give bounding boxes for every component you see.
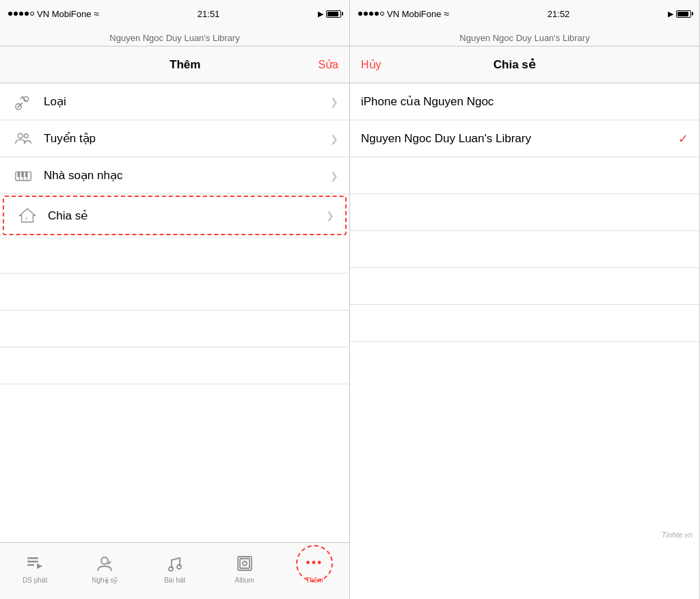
tab-nghe-sy[interactable]: Nghệ sỹ bbox=[70, 553, 139, 584]
r-dot1 bbox=[358, 12, 362, 16]
svg-point-6 bbox=[24, 134, 28, 138]
right-content: iPhone của Nguyen Ngoc Nguyen Ngoc Duy L… bbox=[350, 83, 699, 599]
svg-point-20 bbox=[101, 557, 108, 564]
dot1 bbox=[8, 12, 12, 16]
songs-icon bbox=[165, 553, 185, 574]
chevron-nha-soan-nhac: ❯ bbox=[330, 170, 338, 181]
tab-label-bai-hat: Bài hát bbox=[164, 576, 185, 584]
sep-row-4 bbox=[0, 347, 349, 384]
dot2 bbox=[14, 12, 18, 16]
status-right-left: ▶ bbox=[318, 10, 341, 18]
library-label-left: Nguyen Ngoc Duy Luan's Library bbox=[0, 27, 349, 46]
left-panel: VN MobiFone ≈ 21:51 ▶ Nguyen Ngoc Duy Lu… bbox=[0, 0, 350, 599]
signal-dots bbox=[8, 12, 34, 16]
svg-rect-16 bbox=[27, 557, 38, 559]
tab-them[interactable]: ••• Thêm bbox=[280, 553, 349, 584]
chevron-chia-se: ❯ bbox=[326, 210, 334, 221]
svg-point-5 bbox=[18, 133, 23, 138]
menu-item-chia-se-wrapper: ♪ Chia sẻ ❯ bbox=[3, 196, 347, 235]
svg-rect-13 bbox=[25, 172, 28, 177]
location-icon-left: ▶ bbox=[318, 10, 323, 18]
share-label-iphone: iPhone của Nguyen Ngoc bbox=[361, 94, 688, 109]
svg-point-23 bbox=[177, 565, 181, 569]
r-dot5 bbox=[380, 12, 384, 16]
left-content: Loại ❯ Tuyển tập ❯ bbox=[0, 83, 349, 542]
battery-fill-left bbox=[327, 12, 338, 16]
r-dot3 bbox=[369, 12, 373, 16]
tab-album[interactable]: Album bbox=[210, 553, 280, 584]
tab-label-album: Album bbox=[235, 576, 254, 584]
svg-rect-18 bbox=[27, 564, 34, 566]
left-nav-bar: Thêm Sửa bbox=[0, 46, 349, 83]
sep-row-3 bbox=[0, 310, 349, 347]
right-status-left: VN MobiFone ≈ bbox=[358, 8, 449, 19]
compilations-icon bbox=[11, 129, 36, 148]
svg-rect-11 bbox=[18, 172, 21, 177]
chevron-loai: ❯ bbox=[330, 96, 338, 107]
watermark: Tinhte.vn bbox=[662, 531, 692, 539]
dot3 bbox=[19, 12, 23, 16]
menu-label-loai: Loại bbox=[44, 94, 330, 109]
carrier-label-left: VN MobiFone bbox=[37, 9, 91, 19]
r-dot2 bbox=[364, 12, 368, 16]
right-sep-1 bbox=[350, 157, 699, 194]
time-left: 21:51 bbox=[198, 9, 220, 19]
menu-item-nha-soan-nhac[interactable]: Nhà soạn nhạc ❯ bbox=[0, 157, 349, 194]
menu-label-chia-se: Chia sẻ bbox=[48, 209, 326, 223]
tab-ds-phat[interactable]: DS phát bbox=[0, 553, 70, 584]
menu-label-nha-soan-nhac: Nhà soạn nhạc bbox=[44, 168, 330, 183]
right-sep-3 bbox=[350, 231, 699, 268]
tab-label-nghe-sy: Nghệ sỹ bbox=[92, 576, 118, 584]
composer-icon bbox=[11, 166, 36, 185]
right-signal-dots bbox=[358, 12, 384, 16]
svg-point-26 bbox=[243, 561, 247, 565]
chevron-tuyen-tap: ❯ bbox=[330, 133, 338, 144]
battery-right bbox=[676, 10, 691, 18]
left-status-bar: VN MobiFone ≈ 21:51 ▶ bbox=[0, 0, 349, 27]
dot4 bbox=[25, 12, 29, 16]
sharing-icon: ♪ bbox=[15, 206, 40, 225]
right-panel: VN MobiFone ≈ 21:52 ▶ Nguyen Ngoc Duy Lu… bbox=[350, 0, 700, 599]
wifi-icon-right: ≈ bbox=[444, 8, 449, 19]
share-item-library[interactable]: Nguyen Ngoc Duy Luan's Library ✓ bbox=[350, 120, 699, 157]
dot5 bbox=[30, 12, 34, 16]
menu-item-loai[interactable]: Loại ❯ bbox=[0, 83, 349, 120]
right-nav-bar: Hủy Chia sẻ bbox=[350, 46, 699, 83]
right-status-bar: VN MobiFone ≈ 21:52 ▶ bbox=[350, 0, 699, 27]
svg-point-22 bbox=[169, 567, 173, 571]
left-nav-title: Thêm bbox=[170, 58, 200, 72]
artist-icon bbox=[94, 553, 115, 574]
status-right-right: ▶ bbox=[668, 10, 691, 18]
tab-label-ds-phat: DS phát bbox=[23, 576, 47, 584]
tab-bai-hat[interactable]: Bài hát bbox=[139, 553, 209, 584]
more-icon: ••• bbox=[304, 553, 325, 574]
r-dot4 bbox=[375, 12, 379, 16]
playlist-icon bbox=[25, 553, 45, 574]
svg-rect-17 bbox=[27, 561, 38, 563]
svg-rect-12 bbox=[21, 172, 24, 177]
right-sep-5 bbox=[350, 305, 699, 342]
battery-left bbox=[326, 10, 341, 18]
share-label-library: Nguyen Ngoc Duy Luan's Library bbox=[361, 132, 678, 146]
sep-row-1 bbox=[0, 237, 349, 274]
library-label-right: Nguyen Ngoc Duy Luan's Library bbox=[350, 27, 699, 46]
time-right: 21:52 bbox=[548, 9, 570, 19]
carrier-label-right: VN MobiFone bbox=[387, 9, 441, 19]
right-sep-2 bbox=[350, 194, 699, 231]
menu-item-chia-se[interactable]: ♪ Chia sẻ ❯ bbox=[4, 197, 345, 234]
svg-rect-25 bbox=[240, 559, 250, 568]
right-nav-title: Chia sẻ bbox=[494, 57, 535, 72]
battery-fill-right bbox=[677, 12, 688, 16]
left-tab-bar: DS phát Nghệ sỹ Bài hát bbox=[0, 542, 349, 599]
share-item-iphone[interactable]: iPhone của Nguyen Ngoc bbox=[350, 83, 699, 120]
genre-icon bbox=[11, 92, 36, 111]
right-nav-cancel[interactable]: Hủy bbox=[361, 58, 381, 71]
left-nav-action[interactable]: Sửa bbox=[318, 58, 338, 71]
menu-label-tuyen-tap: Tuyển tập bbox=[44, 131, 330, 146]
right-sep-4 bbox=[350, 268, 699, 305]
sep-row-2 bbox=[0, 274, 349, 310]
menu-item-tuyen-tap[interactable]: Tuyển tập ❯ bbox=[0, 120, 349, 157]
left-status-left: VN MobiFone ≈ bbox=[8, 8, 99, 19]
svg-marker-19 bbox=[37, 563, 42, 569]
svg-text:♪: ♪ bbox=[25, 215, 28, 222]
